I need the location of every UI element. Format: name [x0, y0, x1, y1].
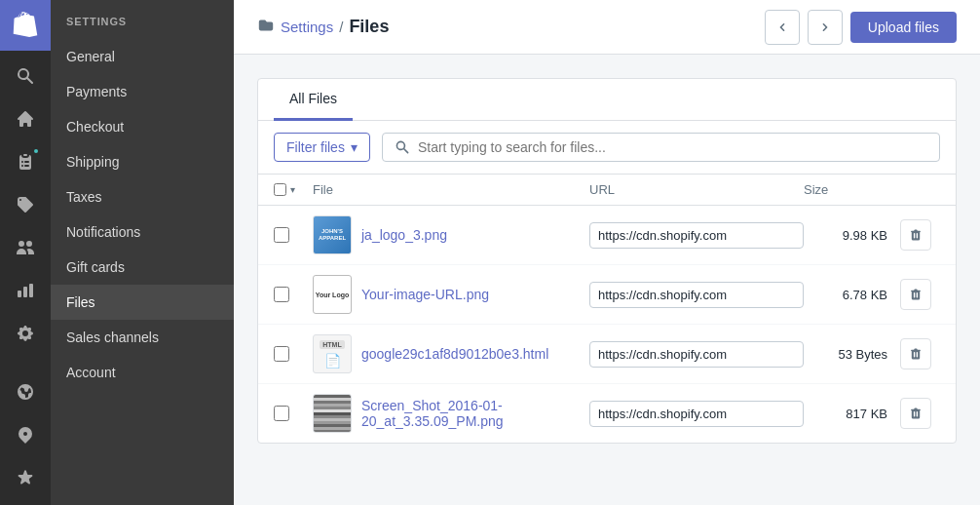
row-checkbox-cell	[274, 227, 313, 243]
col-url: URL	[589, 182, 804, 197]
file-cell: HTML 📄 google29c1af8d9012b0e3.html	[313, 334, 589, 373]
sidebar-item-shipping[interactable]: Shipping	[51, 144, 234, 179]
notification-badge	[32, 147, 40, 155]
table-row: JOHN'SAPPAREL ja_logo_3.png 9.98 KB	[258, 206, 956, 265]
rail-location[interactable]	[6, 415, 45, 454]
trash-icon	[909, 407, 923, 420]
action-cell	[891, 398, 940, 429]
action-cell	[891, 338, 940, 369]
checkbox-dropdown-arrow[interactable]: ▾	[290, 184, 295, 195]
sidebar-item-payments[interactable]: Payments	[51, 74, 234, 109]
sidebar: SETTINGS General Payments Checkout Shipp…	[51, 0, 234, 505]
rail-apps[interactable]	[6, 314, 45, 353]
tab-all-files[interactable]: All Files	[274, 79, 353, 121]
toolbar: Filter files ▾	[258, 121, 956, 175]
select-all-checkbox[interactable]	[274, 183, 286, 196]
trash-icon	[909, 347, 923, 361]
row-checkbox-cell	[274, 406, 313, 421]
url-cell	[589, 222, 804, 249]
row-checkbox[interactable]	[274, 406, 289, 421]
folder-icon	[257, 17, 275, 38]
file-cell: Your Logo Your-image-URL.png	[313, 275, 589, 314]
table-row: Screen_Shot_2016-01-20_at_3.35.09_PM.png…	[258, 384, 956, 443]
sidebar-item-checkout[interactable]: Checkout	[51, 109, 234, 144]
table-row: HTML 📄 google29c1af8d9012b0e3.html 53 By…	[258, 325, 956, 384]
search-icon	[395, 139, 410, 155]
files-card: All Files Filter files ▾ ▾	[257, 78, 957, 444]
sidebar-header: SETTINGS	[51, 0, 234, 39]
rail-customers[interactable]	[6, 228, 45, 267]
forward-button[interactable]	[808, 10, 843, 45]
trash-icon	[909, 228, 923, 242]
sidebar-item-notifications[interactable]: Notifications	[51, 214, 234, 250]
action-cell	[891, 219, 940, 251]
col-size: Size	[804, 182, 891, 197]
size-cell: 6.78 KB	[804, 288, 891, 302]
delete-button[interactable]	[900, 279, 931, 310]
filter-button[interactable]: Filter files ▾	[274, 133, 370, 162]
file-link[interactable]: ja_logo_3.png	[361, 227, 447, 243]
filter-label: Filter files	[286, 139, 345, 155]
col-file: File	[313, 182, 589, 197]
trash-icon	[909, 288, 923, 301]
rail-marketing[interactable]	[6, 185, 45, 224]
row-checkbox-cell	[274, 346, 313, 362]
page-title: Files	[349, 17, 389, 37]
sidebar-item-files[interactable]: Files	[51, 285, 234, 320]
tabs: All Files	[258, 79, 956, 121]
search-box	[382, 133, 940, 162]
page-content: All Files Filter files ▾ ▾	[234, 55, 980, 505]
rail-star[interactable]	[6, 458, 45, 497]
sidebar-item-gift-cards[interactable]: Gift cards	[51, 250, 234, 285]
file-thumbnail	[313, 394, 352, 433]
size-cell: 53 Bytes	[804, 347, 891, 362]
url-cell	[589, 282, 804, 308]
back-button[interactable]	[765, 10, 800, 45]
icon-rail	[0, 0, 51, 505]
file-link[interactable]: Your-image-URL.png	[361, 287, 489, 302]
delete-button[interactable]	[900, 219, 931, 251]
main-content: Settings / Files Upload files All Files …	[234, 0, 980, 505]
header-checkbox-cell: ▾	[274, 183, 313, 196]
breadcrumb-settings-link[interactable]: Settings	[281, 19, 333, 35]
sidebar-item-taxes[interactable]: Taxes	[51, 179, 234, 214]
row-checkbox[interactable]	[274, 227, 289, 243]
header-actions: Upload files	[765, 10, 957, 45]
row-checkbox[interactable]	[274, 346, 289, 362]
file-link[interactable]: google29c1af8d9012b0e3.html	[361, 346, 548, 362]
shopify-logo[interactable]	[0, 0, 51, 51]
url-input[interactable]	[589, 341, 804, 368]
table-row: Your Logo Your-image-URL.png 6.78 KB	[258, 265, 956, 325]
row-checkbox-cell	[274, 287, 313, 302]
breadcrumb: Settings / Files	[257, 17, 389, 38]
file-table: ▾ File URL Size JOHN'SAPPAREL ja_logo_3.…	[258, 175, 956, 443]
url-input[interactable]	[589, 401, 804, 427]
table-header: ▾ File URL Size	[258, 175, 956, 206]
delete-button[interactable]	[900, 338, 931, 369]
file-link[interactable]: Screen_Shot_2016-01-20_at_3.35.09_PM.png	[361, 398, 589, 429]
sidebar-item-account[interactable]: Account	[51, 355, 234, 390]
sidebar-item-general[interactable]: General	[51, 39, 234, 74]
file-thumbnail: HTML 📄	[313, 334, 352, 373]
breadcrumb-separator: /	[339, 19, 343, 35]
search-input[interactable]	[418, 139, 927, 155]
rail-globe[interactable]	[6, 372, 45, 411]
rail-search[interactable]	[6, 57, 45, 96]
file-cell: Screen_Shot_2016-01-20_at_3.35.09_PM.png	[313, 394, 589, 433]
url-cell	[589, 341, 804, 368]
file-cell: JOHN'SAPPAREL ja_logo_3.png	[313, 215, 589, 254]
size-cell: 817 KB	[804, 407, 891, 421]
sidebar-item-sales-channels[interactable]: Sales channels	[51, 320, 234, 355]
file-thumbnail: Your Logo	[313, 275, 352, 314]
size-cell: 9.98 KB	[804, 228, 891, 243]
url-input[interactable]	[589, 222, 804, 249]
page-header: Settings / Files Upload files	[234, 0, 980, 55]
url-input[interactable]	[589, 282, 804, 308]
rail-orders[interactable]	[6, 142, 45, 181]
delete-button[interactable]	[900, 398, 931, 429]
row-checkbox[interactable]	[274, 287, 289, 302]
rail-home[interactable]	[6, 99, 45, 138]
file-thumbnail: JOHN'SAPPAREL	[313, 215, 352, 254]
rail-analytics[interactable]	[6, 271, 45, 310]
upload-files-button[interactable]: Upload files	[850, 12, 957, 43]
